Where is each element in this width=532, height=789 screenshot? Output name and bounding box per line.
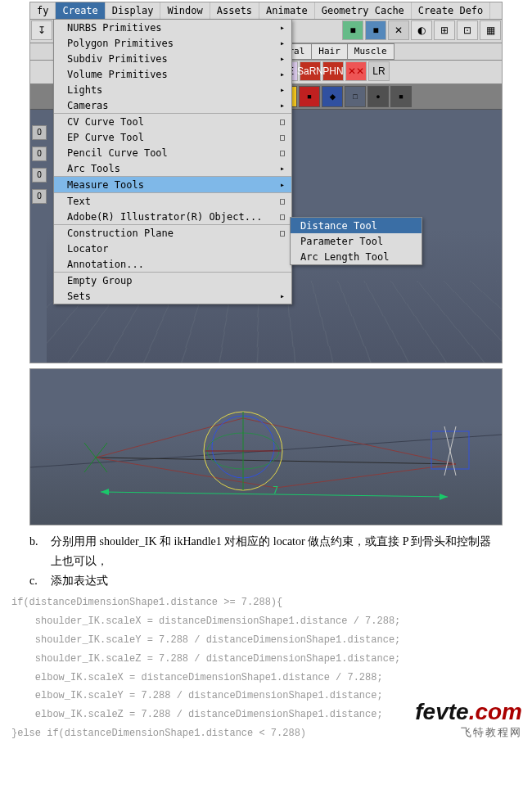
menu-item-pencil-curve-tool[interactable]: Pencil Curve Tool [54, 145, 291, 160]
create-menu-dropdown: NURBS PrimitivesPolygon PrimitivesSubdiv… [53, 19, 292, 304]
bullet-c: c. [29, 571, 51, 591]
toolbar-icon[interactable]: ■ [365, 20, 386, 40]
menu-item-annotation[interactable]: Annotation... [54, 256, 291, 272]
menu-animate[interactable]: Animate [259, 2, 315, 19]
screenshot-figure-2: 7 [29, 368, 503, 525]
menu-item-lights[interactable]: Lights [54, 82, 291, 97]
menu-assets[interactable]: Assets [210, 2, 259, 19]
submenu-item-parameter-tool[interactable]: Parameter Tool [291, 233, 422, 249]
menu-item-cv-curve-tool[interactable]: CV Curve Tool [54, 113, 291, 129]
menu-item-empty-group[interactable]: Empty Group [54, 272, 291, 288]
menu-item-construction-plane[interactable]: Construction Plane [54, 224, 291, 241]
menu-item-arc-tools[interactable]: Arc Tools [54, 160, 291, 176]
left-gutter: 0000 [30, 68, 47, 204]
toolbar-icon[interactable]: ✕ [388, 20, 409, 40]
menu-item-adobe-r-illustrator-r-object[interactable]: Adobe(R) Illustrator(R) Object... [54, 209, 291, 224]
toolbar-icon[interactable]: ■ [342, 20, 363, 40]
distance-label: 7 [273, 485, 278, 496]
menu-item-volume-primitives[interactable]: Volume Primitives [54, 66, 291, 82]
svg-marker-14 [440, 494, 448, 500]
shelf-icon[interactable]: PHN [322, 61, 344, 81]
shelf-icon[interactable]: ✕✕ [345, 61, 367, 81]
text-b: 分别用用 shoulder_IK 和 ikHandle1 对相应的 locato… [51, 532, 503, 571]
shelf-icon[interactable]: ◆ [322, 86, 343, 107]
shelf-icon[interactable]: ■ [390, 86, 412, 107]
menu-item-cameras[interactable]: Cameras [54, 97, 291, 113]
text-c: 添加表达式 [51, 571, 108, 591]
screenshot-figure-1: fyCreateDisplayWindowAssetsAnimateGeomet… [29, 2, 503, 363]
menu-item-subdiv-primitives[interactable]: Subdiv Primitives [54, 51, 291, 66]
toolbar-icon[interactable]: ▦ [480, 20, 501, 40]
shelf-icon[interactable]: ■ [299, 86, 320, 107]
menu-window[interactable]: Window [160, 2, 210, 19]
menu-geometry-cache[interactable]: Geometry Cache [315, 2, 412, 19]
measure-tools-submenu: Distance ToolParameter ToolArc Length To… [290, 217, 422, 265]
menu-fy[interactable]: fy [30, 2, 56, 19]
menu-item-locator[interactable]: Locator [54, 241, 291, 256]
submenu-item-arc-length-tool[interactable]: Arc Length Tool [291, 249, 422, 264]
shelf-icon[interactable]: SaRN [300, 61, 321, 81]
watermark-logo: fevte.com 飞特教程网 [415, 699, 522, 740]
shelf-icon[interactable]: LR [368, 61, 390, 81]
toolbar-icon[interactable]: ↧ [31, 20, 52, 40]
menu-item-polygon-primitives[interactable]: Polygon Primitives [54, 35, 291, 51]
menu-display[interactable]: Display [106, 2, 161, 19]
shelf-tab-muscle[interactable]: Muscle [347, 43, 394, 60]
menu-item-nurbs-primitives[interactable]: NURBS Primitives [54, 20, 291, 35]
toolbar-icon[interactable]: ⊞ [434, 20, 455, 40]
menu-item-text[interactable]: Text [54, 192, 291, 209]
menu-item-measure-tools[interactable]: Measure Tools [54, 176, 291, 192]
menu-create[interactable]: Create [56, 2, 105, 19]
bullet-b: b. [29, 532, 51, 571]
menu-item-ep-curve-tool[interactable]: EP Curve Tool [54, 129, 291, 145]
submenu-item-distance-tool[interactable]: Distance Tool [291, 218, 422, 233]
shelf-icon[interactable]: ● [367, 86, 389, 107]
toolbar-icon[interactable]: ◐ [411, 20, 432, 40]
shelf-icon[interactable]: □ [345, 86, 366, 107]
instruction-text: b.分别用用 shoulder_IK 和 ikHandle1 对相应的 loca… [29, 532, 503, 590]
menu-create-defo[interactable]: Create Defo [412, 2, 490, 19]
svg-marker-13 [101, 489, 109, 495]
shelf-tab-hair[interactable]: Hair [311, 43, 348, 60]
menu-item-sets[interactable]: Sets [54, 288, 291, 304]
menu-bar: fyCreateDisplayWindowAssetsAnimateGeomet… [30, 2, 502, 20]
toolbar-icon[interactable]: ⊡ [457, 20, 478, 40]
